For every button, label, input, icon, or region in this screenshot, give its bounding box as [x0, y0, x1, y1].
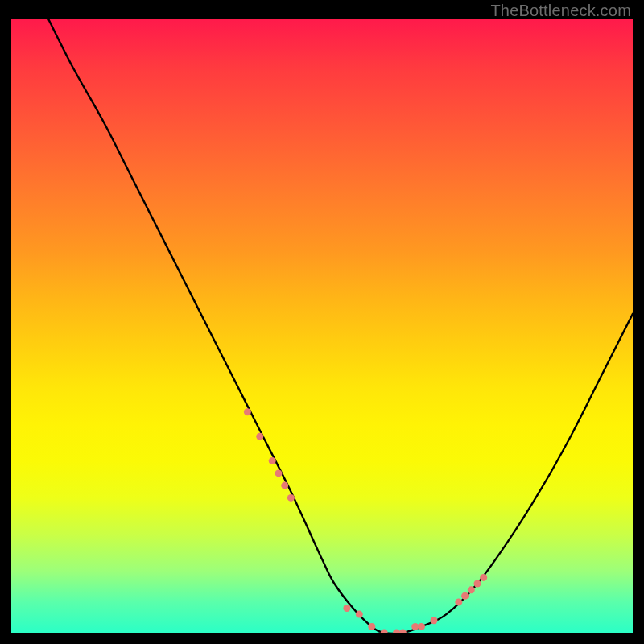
marker-dot	[275, 469, 283, 477]
marker-dot	[287, 494, 295, 502]
marker-dot	[461, 592, 469, 600]
chart-frame: TheBottleneck.com	[0, 0, 644, 644]
marker-dot	[368, 623, 375, 630]
marker-dot	[480, 574, 487, 581]
marker-dot	[399, 630, 407, 634]
marker-dot	[256, 433, 263, 440]
marker-dot	[455, 598, 462, 605]
marker-dot	[418, 623, 425, 630]
marker-dot	[468, 586, 475, 593]
marker-dot	[381, 630, 388, 634]
curve-svg	[11, 19, 633, 633]
bottleneck-curve	[48, 19, 633, 633]
plot-area	[11, 19, 633, 633]
marker-dot	[393, 630, 400, 634]
marker-dot	[269, 457, 276, 464]
highlight-dots	[244, 408, 487, 633]
marker-dot	[244, 408, 251, 415]
watermark-text: TheBottleneck.com	[490, 2, 631, 20]
marker-dot	[431, 617, 438, 624]
marker-dot	[281, 482, 288, 489]
marker-dot	[411, 623, 419, 630]
marker-dot	[343, 605, 350, 612]
marker-dot	[474, 580, 481, 588]
marker-dot	[356, 611, 363, 618]
